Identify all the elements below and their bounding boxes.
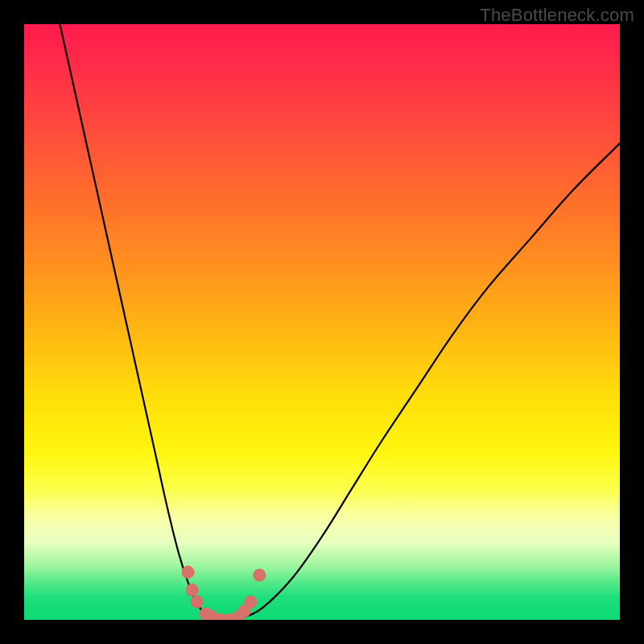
- highlight-dot: [191, 596, 204, 609]
- highlight-dot: [244, 596, 257, 609]
- highlight-dot: [253, 569, 266, 582]
- highlight-dot: [186, 584, 199, 597]
- highlight-dot: [182, 566, 195, 579]
- chart-frame: TheBottleneck.com: [0, 0, 644, 644]
- plot-area: [24, 24, 620, 620]
- highlight-dots: [182, 566, 266, 620]
- curve-layer: [24, 24, 620, 620]
- watermark-text: TheBottleneck.com: [480, 5, 634, 26]
- bottleneck-curve: [60, 24, 620, 620]
